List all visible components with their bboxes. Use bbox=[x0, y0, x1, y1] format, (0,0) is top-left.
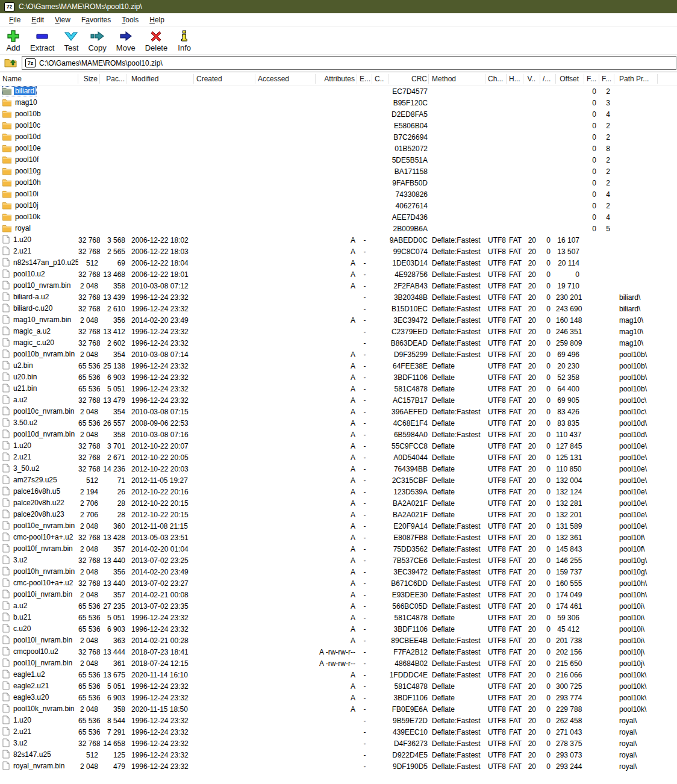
menu-file[interactable]: File bbox=[4, 14, 26, 25]
table-row[interactable]: biliardEC7D457702 bbox=[0, 86, 677, 97]
folder-icon bbox=[2, 145, 11, 152]
table-row[interactable]: pool10j_nvram.bin2 0483612018-07-24 12:1… bbox=[0, 658, 677, 669]
table-row[interactable]: biliard-c.u2032 7682 6101996-12-24 23:32… bbox=[0, 303, 677, 314]
column-header-name[interactable]: Name bbox=[0, 74, 78, 84]
column-header-mod[interactable]: Modified bbox=[126, 74, 194, 84]
column-header-attr[interactable]: Attributes bbox=[316, 74, 357, 84]
table-row[interactable]: u2.bin65 53625 1381996-12-24 23:32A-64FE… bbox=[0, 360, 677, 372]
info-button[interactable]: Info bbox=[172, 28, 196, 53]
table-row[interactable]: mag10_nvram.bin2 0483562014-02-20 23:49A… bbox=[0, 314, 677, 326]
menu-favorites[interactable]: Favorites bbox=[76, 14, 116, 25]
delete-button[interactable]: Delete bbox=[140, 28, 173, 53]
menu-tools[interactable]: Tools bbox=[116, 14, 144, 25]
column-header-size[interactable]: Size bbox=[78, 74, 100, 84]
table-row[interactable]: pool10e01B5207208 bbox=[0, 143, 677, 154]
column-header-crc[interactable]: CRC bbox=[388, 74, 429, 84]
table-row[interactable]: 1.u2065 5368 5441996-12-24 23:32-9B59E72… bbox=[0, 715, 677, 726]
table-row[interactable]: pool10gBA17115802 bbox=[0, 166, 677, 177]
cell-path: royal\ bbox=[614, 739, 658, 748]
table-row[interactable]: pool10kAEE7D43604 bbox=[0, 211, 677, 223]
table-row[interactable]: 2.u2132 7682 6712012-10-22 20:05A-A0D540… bbox=[0, 452, 677, 463]
menu-view[interactable]: View bbox=[49, 14, 76, 25]
copy-button[interactable]: Copy bbox=[83, 28, 111, 53]
delete-icon bbox=[149, 30, 163, 43]
column-header-offset[interactable]: Offset bbox=[556, 74, 584, 84]
column-header-method[interactable]: Method bbox=[429, 74, 485, 84]
table-row[interactable]: eagle3.u2065 5366 9031996-12-24 23:32A-3… bbox=[0, 692, 677, 703]
menu-help[interactable]: Help bbox=[144, 14, 170, 25]
menu-edit[interactable]: Edit bbox=[26, 14, 49, 25]
column-header-created[interactable]: Created bbox=[194, 74, 255, 84]
table-row[interactable]: am27s29.u25512712012-11-05 19:27A-2C315C… bbox=[0, 474, 677, 486]
table-row[interactable]: royal2B009B6A05 bbox=[0, 223, 677, 234]
table-row[interactable]: 82s147.u255121251996-12-24 23:32-D922D4E… bbox=[0, 749, 677, 761]
table-row[interactable]: pool10.u232 76813 4682006-12-22 18:01A-4… bbox=[0, 269, 677, 280]
table-row[interactable]: b.u2165 5365 0511996-12-24 23:32A-581C48… bbox=[0, 612, 677, 623]
test-button[interactable]: Test bbox=[59, 28, 83, 53]
table-row[interactable]: pool10b_nvram.bin2 0483542010-03-08 07:1… bbox=[0, 349, 677, 360]
table-row[interactable]: 3_50.u232 76814 2362012-10-22 20:03A-764… bbox=[0, 463, 677, 474]
column-header-f2[interactable]: F... bbox=[599, 74, 614, 84]
table-row[interactable]: pool10h9FAFB50D02 bbox=[0, 177, 677, 188]
table-row[interactable]: 3.50.u265 53626 5572008-09-06 22:53A-4C6… bbox=[0, 417, 677, 429]
table-row[interactable]: 2.u2132 7682 5652006-12-22 18:03A-99C8C0… bbox=[0, 246, 677, 257]
table-row[interactable]: 3.u232 76814 6581996-12-24 23:32-D4F3627… bbox=[0, 738, 677, 749]
table-row[interactable]: pool10i_nvram.bin2 0483572014-02-21 00:0… bbox=[0, 589, 677, 600]
address-input[interactable]: 7z C:\O\Games\MAME\ROMs\pool10.zip\ bbox=[22, 56, 676, 70]
table-row[interactable]: 1.u2032 7683 7012012-10-22 20:07A-55C9FC… bbox=[0, 440, 677, 452]
table-row[interactable]: pool10e_nvram.bin2 0483602012-11-08 21:1… bbox=[0, 520, 677, 532]
table-row[interactable]: c.u2065 5366 9031996-12-24 23:32A-3BDF11… bbox=[0, 623, 677, 635]
cell-mod: 1996-12-24 23:32 bbox=[126, 385, 194, 393]
titlebar[interactable]: 7z C:\O\Games\MAME\ROMs\pool10.zip\ bbox=[0, 0, 677, 13]
table-row[interactable]: mag10B95F120C03 bbox=[0, 97, 677, 108]
move-button[interactable]: Move bbox=[111, 28, 140, 53]
table-row[interactable]: royal_nvram.bin2 0484791996-12-24 23:32-… bbox=[0, 761, 677, 772]
table-row[interactable]: magic_c.u2032 7682 6021996-12-24 23:32-B… bbox=[0, 337, 677, 349]
table-row[interactable]: pool10j4062761402 bbox=[0, 200, 677, 211]
table-row[interactable]: biliard-a.u232 76813 4391996-12-24 23:32… bbox=[0, 291, 677, 303]
column-header-f1[interactable]: F... bbox=[584, 74, 599, 84]
table-row[interactable]: pool10l_nvram.bin2 0483632014-02-21 00:2… bbox=[0, 635, 677, 646]
table-row[interactable]: pool10f_nvram.bin2 0483572014-02-20 01:0… bbox=[0, 543, 677, 555]
extract-button[interactable]: Extract bbox=[25, 28, 59, 53]
up-folder-button[interactable] bbox=[1, 57, 19, 70]
table-row[interactable]: pool10_nvram.bin2 0483582010-03-08 07:12… bbox=[0, 280, 677, 291]
table-row[interactable]: eagle2.u2165 5365 0511996-12-24 23:32A-5… bbox=[0, 680, 677, 692]
column-header-comment[interactable]: C.. bbox=[372, 74, 388, 84]
column-header-ch[interactable]: Ch... bbox=[485, 74, 507, 84]
add-button[interactable]: Add bbox=[1, 28, 25, 53]
table-row[interactable]: pool10h_nvram.bin2 0483562014-02-20 23:4… bbox=[0, 566, 677, 577]
table-row[interactable]: pool10bD2ED8FA504 bbox=[0, 108, 677, 120]
column-header-host[interactable]: H... bbox=[507, 74, 523, 84]
column-header-v2[interactable]: /... bbox=[540, 74, 556, 84]
table-row[interactable]: pool10k_nvram.bin2 0483582020-11-15 18:5… bbox=[0, 703, 677, 715]
column-header-pac[interactable]: Pac... bbox=[100, 74, 126, 84]
column-header-path[interactable]: Path Pr... bbox=[614, 74, 658, 84]
table-row[interactable]: pool10c_nvram.bin2 0483542010-03-08 07:1… bbox=[0, 406, 677, 417]
table-row[interactable]: u21.bin65 5365 0511996-12-24 23:32A-581C… bbox=[0, 383, 677, 394]
table-row[interactable]: a.u232 76813 4791996-12-24 23:32A-AC157B… bbox=[0, 394, 677, 406]
table-row[interactable]: cmc-pool10+a+.u232 76813 4282013-05-03 2… bbox=[0, 532, 677, 543]
table-row[interactable]: pool10cE5806B0402 bbox=[0, 120, 677, 131]
table-row[interactable]: cmc-pool10+a+.u232 76813 4402013-07-02 2… bbox=[0, 577, 677, 589]
table-row[interactable]: pool10d_nvram.bin2 0483582010-03-08 07:1… bbox=[0, 429, 677, 440]
table-row[interactable]: pool10i7433082604 bbox=[0, 188, 677, 200]
table-row[interactable]: u20.bin65 5366 9031996-12-24 23:32A-3BDF… bbox=[0, 372, 677, 383]
table-row[interactable]: eagle1.u265 53613 6752020-11-14 16:10A-1… bbox=[0, 669, 677, 680]
column-header-ver[interactable]: V.. bbox=[523, 74, 540, 84]
column-header-enc[interactable]: E... bbox=[357, 74, 372, 84]
table-row[interactable]: cmcpool10.u232 76813 4442018-07-23 18:41… bbox=[0, 646, 677, 658]
table-row[interactable]: palce16v8h.u52 194262012-10-22 20:16A-12… bbox=[0, 486, 677, 497]
table-row[interactable]: 3.u232 76813 4402013-07-02 23:25A-7B537C… bbox=[0, 555, 677, 566]
table-row[interactable]: 1.u2032 7683 5682006-12-22 18:02A-9ABEDD… bbox=[0, 234, 677, 246]
table-row[interactable]: palce20v8h.u222 706282012-10-22 20:15A-B… bbox=[0, 497, 677, 509]
table-row[interactable]: pool10dB7C2669402 bbox=[0, 131, 677, 143]
cell-enc: - bbox=[357, 682, 372, 691]
column-header-accessed[interactable]: Accessed bbox=[255, 74, 316, 84]
table-row[interactable]: palce20v8h.u232 706282012-10-22 20:15A-B… bbox=[0, 509, 677, 520]
table-row[interactable]: a.u265 53627 2352013-07-02 23:35A-566BC0… bbox=[0, 600, 677, 612]
table-row[interactable]: n82s147an_p10.u25512692006-12-22 18:04A-… bbox=[0, 257, 677, 269]
table-row[interactable]: pool10f5DE5B51A02 bbox=[0, 154, 677, 166]
table-row[interactable]: magic_a.u232 76813 4121996-12-24 23:32-C… bbox=[0, 326, 677, 337]
table-row[interactable]: 2.u2165 5367 2911996-12-24 23:32-439EEC1… bbox=[0, 726, 677, 738]
